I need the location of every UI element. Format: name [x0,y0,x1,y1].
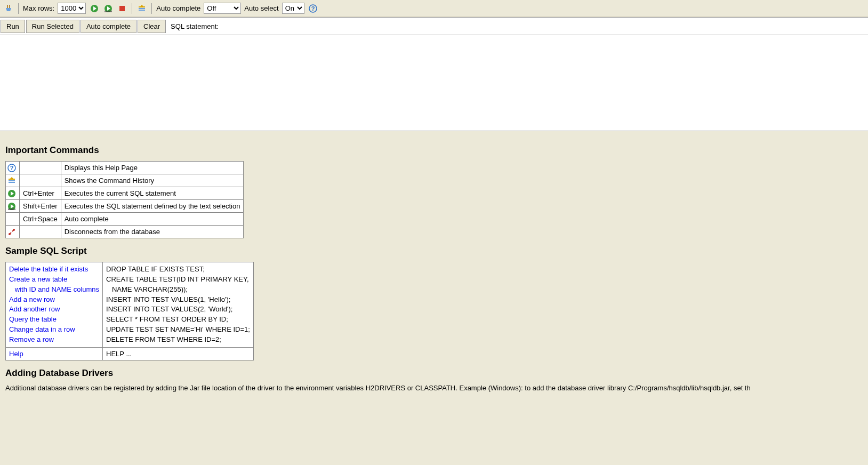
sample-descriptions[interactable]: Delete the table if it exists Create a n… [9,264,99,345]
main-toolbar: Max rows: 1000 Auto complete Off Auto se… [0,0,868,17]
command-description: Executes the SQL statement defined by th… [61,200,244,213]
shortcut-key [20,174,61,187]
shortcut-key: Shift+Enter [20,200,61,213]
auto-complete-select[interactable]: Off [204,3,241,14]
blank-icon [6,213,20,226]
help-sql: HELP ... [103,347,254,360]
max-rows-select[interactable]: 1000 [58,3,86,14]
run-icon[interactable] [89,3,100,14]
shortcut-key [20,226,61,238]
help-content: Important Commands Displays this Help Pa… [0,131,868,398]
drivers-paragraph: Additional database drivers can be regis… [5,384,863,392]
table-row: Ctrl+EnterExecutes the current SQL state… [6,187,244,200]
run-selected-button[interactable]: Run Selected [26,20,79,33]
run-button[interactable]: Run [1,20,25,33]
important-commands-heading: Important Commands [5,145,863,156]
table-row: Displays this Help Page [6,162,244,174]
table-row: Help HELP ... [6,347,254,360]
shortcut-key: Ctrl+Enter [20,187,61,200]
auto-select-select[interactable]: On [282,3,304,14]
sample-sql-heading: Sample SQL Script [5,246,863,256]
help-link[interactable]: Help [9,350,23,358]
sample-sql-code: DROP TABLE IF EXISTS TEST; CREATE TABLE … [106,264,250,345]
auto-complete-button[interactable]: Auto complete [81,20,136,33]
separator [151,3,152,14]
command-description: Executes the current SQL statement [61,187,244,200]
separator [18,3,19,14]
plug-icon[interactable] [3,3,14,14]
auto-complete-label: Auto complete [156,4,200,12]
table-row: Disconnects from the database [6,226,244,238]
help-icon [6,162,20,174]
command-description: Disconnects from the database [61,226,244,238]
run-icon [6,187,20,200]
table-row: Ctrl+SpaceAuto complete [6,213,244,226]
shortcut-key [20,162,61,174]
query-bar: Run Run Selected Auto complete Clear SQL… [0,17,868,35]
clear-button[interactable]: Clear [138,20,166,33]
adding-drivers-heading: Adding Database Drivers [5,368,863,379]
command-description: Auto complete [61,213,244,226]
separator [132,3,132,14]
command-description: Shows the Command History [61,174,244,187]
sample-sql-table: Delete the table if it exists Create a n… [5,262,254,360]
stop-icon[interactable] [117,3,127,14]
run-selected-icon[interactable] [103,3,114,14]
disconnect-icon [6,226,20,238]
table-row: Delete the table if it exists Create a n… [6,262,254,348]
history-icon[interactable] [136,3,147,14]
sql-statement-label: SQL statement: [171,22,219,30]
run-selected-icon [6,200,20,213]
table-row: Shows the Command History [6,174,244,187]
commands-table: Displays this Help PageShows the Command… [5,161,244,238]
command-description: Displays this Help Page [61,162,244,174]
shortcut-key: Ctrl+Space [20,213,61,226]
history-icon [6,174,20,187]
max-rows-label: Max rows: [23,4,54,12]
table-row: Shift+EnterExecutes the SQL statement de… [6,200,244,213]
sql-input-area[interactable] [0,35,868,131]
help-icon[interactable] [308,3,318,14]
auto-select-label: Auto select [244,4,278,12]
